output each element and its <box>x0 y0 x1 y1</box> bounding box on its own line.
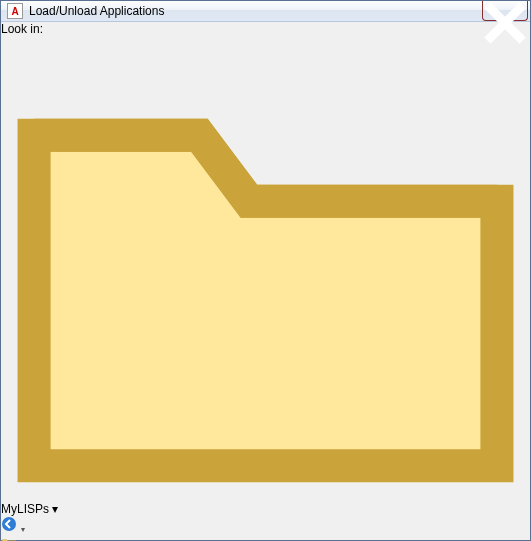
app-icon: A <box>7 3 23 19</box>
up-folder-icon <box>1 535 17 541</box>
lookin-label: Look in: <box>1 22 43 36</box>
chevron-down-icon: ▾ <box>52 502 58 516</box>
lookin-dropdown[interactable]: MyLISPs ▾ <box>1 36 530 516</box>
window-buttons <box>482 1 530 21</box>
folder-icon <box>1 488 530 502</box>
window-title: Load/Unload Applications <box>29 4 482 18</box>
dialog-body: Look in: MyLISPs ▾ ▾ <box>1 22 530 541</box>
svg-point-0 <box>2 517 16 531</box>
nav-toolbar: ▾ ▾ <box>1 516 530 541</box>
lookin-row: Look in: MyLISPs ▾ ▾ <box>1 22 530 541</box>
dialog-window: A Load/Unload Applications Look in: MyLI… <box>0 0 531 541</box>
chevron-down-icon: ▾ <box>21 525 25 534</box>
window-close-button[interactable] <box>482 1 528 21</box>
lookin-value: MyLISPs <box>1 502 49 516</box>
back-icon <box>1 516 17 532</box>
back-button[interactable]: ▾ <box>1 516 530 535</box>
titlebar: A Load/Unload Applications <box>1 1 530 22</box>
up-folder-button[interactable] <box>1 535 530 541</box>
